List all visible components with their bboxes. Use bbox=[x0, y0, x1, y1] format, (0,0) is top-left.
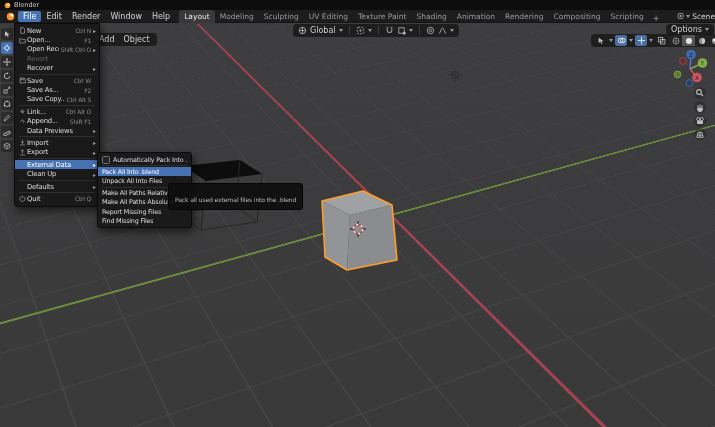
checkbox-unchecked[interactable] bbox=[102, 156, 110, 164]
tab-shading[interactable]: Shading bbox=[411, 10, 451, 23]
axis-neg-x-ball[interactable] bbox=[680, 58, 687, 65]
light-object[interactable] bbox=[448, 68, 461, 81]
menu-separator bbox=[19, 192, 95, 193]
tool-scale[interactable] bbox=[1, 84, 13, 96]
orientation-select[interactable]: Global bbox=[310, 26, 336, 35]
submenu-arrow-icon: ▸ bbox=[91, 126, 96, 135]
snap-target-icon[interactable] bbox=[397, 26, 406, 35]
scene-icon bbox=[677, 12, 684, 20]
titlebar: Blender bbox=[0, 0, 715, 10]
menu-file[interactable]: File bbox=[18, 11, 41, 22]
options-pill[interactable]: Options bbox=[666, 24, 714, 35]
chevron-down-icon[interactable] bbox=[629, 39, 633, 42]
axis-neg-z-ball[interactable] bbox=[686, 80, 693, 87]
file-menu-export[interactable]: Export ▸ bbox=[15, 148, 99, 157]
tool-add-cube[interactable] bbox=[1, 140, 13, 152]
cube-object[interactable] bbox=[322, 191, 397, 270]
file-menu-save-copy[interactable]: Save Copy... Ctrl Alt S bbox=[15, 95, 99, 104]
chevron-down-icon[interactable] bbox=[609, 39, 613, 42]
tab-rendering[interactable]: Rendering bbox=[500, 10, 548, 23]
menu-help[interactable]: Help bbox=[147, 11, 175, 22]
file-menu-clean-up[interactable]: Clean Up ▸ bbox=[15, 169, 99, 178]
tool-cursor[interactable] bbox=[1, 42, 13, 54]
file-menu-external-data[interactable]: External Data ▸ bbox=[15, 160, 99, 169]
transform-icon bbox=[3, 100, 11, 108]
file-menu-save-as[interactable]: Save As... F2 bbox=[15, 85, 99, 94]
falloff-curve-icon[interactable] bbox=[438, 26, 447, 35]
file-menu-link[interactable]: Link... Ctrl Alt O bbox=[15, 107, 99, 116]
menu-render[interactable]: Render bbox=[67, 11, 105, 22]
show-overlays-toggle[interactable] bbox=[615, 35, 627, 46]
axis-z-label: Z bbox=[689, 52, 693, 58]
chevron-down-icon[interactable] bbox=[450, 29, 454, 32]
tool-rotate[interactable] bbox=[1, 70, 13, 82]
file-menu-data-previews[interactable]: Data Previews ▸ bbox=[15, 126, 99, 135]
tab-uv-editing[interactable]: UV Editing bbox=[304, 10, 353, 23]
menu-add[interactable]: Add bbox=[99, 35, 115, 44]
file-menu-quit[interactable]: Quit Ctrl Q bbox=[15, 194, 99, 203]
show-gizmo-object-toggle[interactable] bbox=[635, 35, 647, 46]
menu-window[interactable]: Window bbox=[105, 11, 147, 22]
file-menu-append[interactable]: Append... Shift F1 bbox=[15, 117, 99, 126]
chevron-down-icon[interactable] bbox=[339, 29, 343, 32]
file-menu-save[interactable]: Save Ctrl W bbox=[15, 76, 99, 85]
add-workspace-button[interactable]: + bbox=[649, 14, 664, 23]
tab-texture-paint[interactable]: Texture Paint bbox=[353, 10, 411, 23]
menu-separator bbox=[19, 74, 95, 75]
viewport-3d[interactable]: Z Y X bbox=[0, 23, 715, 427]
file-menu-open[interactable]: Open... F1 bbox=[15, 35, 99, 44]
proportional-editing-icon[interactable] bbox=[426, 26, 435, 35]
file-menu-recover[interactable]: Recover ▸ bbox=[15, 64, 99, 73]
chevron-down-icon[interactable] bbox=[368, 29, 372, 32]
navigation-gizmo[interactable]: Z Y X bbox=[674, 50, 707, 87]
tab-modeling[interactable]: Modeling bbox=[215, 10, 259, 23]
tab-sculpting[interactable]: Sculpting bbox=[259, 10, 304, 23]
file-menu-dropdown: New Ctrl N ▸ Open... F1 Open Recent Shif… bbox=[14, 23, 100, 207]
shading-solid-button[interactable] bbox=[682, 35, 695, 46]
show-gizmo-toggle[interactable] bbox=[595, 35, 607, 46]
scene-selector[interactable]: Scene bbox=[677, 12, 715, 21]
submenu-auto-pack[interactable]: Automatically Pack Into .blend bbox=[98, 155, 191, 164]
tab-compositing[interactable]: Compositing bbox=[548, 10, 605, 23]
tool-select-box[interactable] bbox=[1, 28, 13, 40]
wireframe-sphere-icon bbox=[672, 37, 680, 45]
tool-measure[interactable] bbox=[1, 126, 13, 138]
chevron-down-icon[interactable] bbox=[649, 39, 653, 42]
menu-edit[interactable]: Edit bbox=[41, 11, 67, 22]
file-menu-defaults[interactable]: Defaults ▸ bbox=[15, 182, 99, 191]
file-menu-import[interactable]: Import ▸ bbox=[15, 138, 99, 147]
tool-move[interactable] bbox=[1, 56, 13, 68]
shading-wireframe-button[interactable] bbox=[669, 35, 682, 46]
camera-view-button[interactable] bbox=[694, 115, 706, 127]
tab-layout[interactable]: Layout bbox=[179, 10, 215, 23]
menu-object[interactable]: Object bbox=[124, 35, 150, 44]
tab-scripting[interactable]: Scripting bbox=[605, 10, 648, 23]
shading-rendered-button[interactable] bbox=[708, 35, 715, 46]
overlays-icon bbox=[617, 36, 626, 45]
perspective-toggle-button[interactable] bbox=[694, 128, 706, 140]
zoom-button[interactable] bbox=[694, 87, 706, 99]
chevron-down-icon bbox=[686, 15, 690, 18]
pivot-point-icon[interactable] bbox=[356, 26, 365, 35]
shading-material-button[interactable] bbox=[695, 35, 708, 46]
file-menu-revert[interactable]: Revert bbox=[15, 54, 99, 63]
xray-toggle[interactable] bbox=[655, 35, 667, 46]
chevron-down-icon[interactable] bbox=[409, 29, 413, 32]
divider bbox=[419, 26, 420, 35]
snap-magnet-icon[interactable] bbox=[385, 26, 394, 35]
tab-animation[interactable]: Animation bbox=[452, 10, 500, 23]
rotate-icon bbox=[3, 72, 11, 80]
file-menu-new[interactable]: New Ctrl N ▸ bbox=[15, 26, 99, 35]
submenu-arrow-icon: ▸ bbox=[91, 138, 96, 147]
cursor-tool-icon bbox=[3, 44, 11, 52]
pan-button[interactable] bbox=[694, 101, 706, 113]
axis-neg-y-ball[interactable] bbox=[674, 71, 681, 78]
blender-menu-icon[interactable] bbox=[6, 12, 15, 21]
submenu-pack-all[interactable]: Pack All Into .blend bbox=[98, 167, 191, 176]
tool-transform[interactable] bbox=[1, 98, 13, 110]
file-menu-open-recent[interactable]: Open Recent Shift Ctrl O ▸ bbox=[15, 45, 99, 54]
tool-annotate[interactable] bbox=[1, 112, 13, 124]
material-sphere-icon bbox=[698, 37, 706, 45]
submenu-arrow-icon: ▸ bbox=[91, 170, 96, 179]
submenu-find-missing[interactable]: Find Missing Files bbox=[98, 216, 191, 225]
